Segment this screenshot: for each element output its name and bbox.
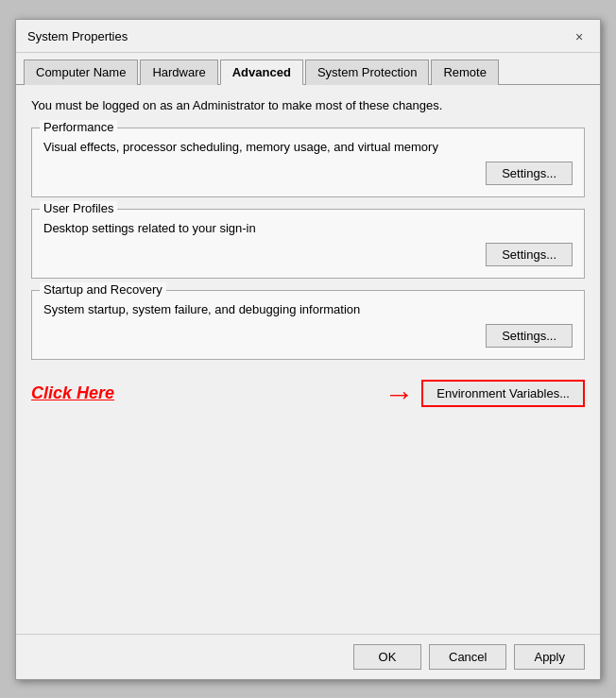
user-profiles-group: User Profiles Desktop settings related t… [31,209,585,279]
startup-recovery-settings-button[interactable]: Settings... [486,324,573,348]
admin-info-text: You must be logged on as an Administrato… [31,98,585,112]
cancel-button[interactable]: Cancel [429,644,506,670]
startup-recovery-desc: System startup, system failure, and debu… [43,302,573,316]
user-profiles-settings-button[interactable]: Settings... [486,243,573,266]
apply-button[interactable]: Apply [514,644,585,670]
system-properties-window: System Properties × Computer Name Hardwa… [15,19,601,680]
bottom-bar: OK Cancel Apply [16,634,600,679]
title-bar: System Properties × [16,20,600,53]
performance-desc: Visual effects, processor scheduling, me… [43,140,573,154]
tab-advanced[interactable]: Advanced [220,60,303,85]
click-here-label[interactable]: Click Here [31,383,114,403]
tab-system-protection[interactable]: System Protection [305,60,430,85]
tab-content: You must be logged on as an Administrato… [16,85,600,634]
ok-button[interactable]: OK [353,644,421,670]
performance-settings-button[interactable]: Settings... [486,162,573,185]
user-profiles-group-label: User Profiles [40,201,117,215]
tab-remote[interactable]: Remote [431,60,499,85]
performance-group-label: Performance [40,120,117,134]
close-button[interactable]: × [570,27,589,46]
startup-recovery-group-label: Startup and Recovery [40,282,166,297]
window-title: System Properties [27,29,128,43]
startup-recovery-group: Startup and Recovery System startup, sys… [31,290,585,360]
performance-group: Performance Visual effects, processor sc… [31,128,585,197]
arrow-env-container: → Environment Variables... [384,379,585,409]
user-profiles-desc: Desktop settings related to your sign-in [43,221,573,235]
environment-variables-button[interactable]: Environment Variables... [421,380,585,407]
arrow-right-icon: → [384,379,414,409]
tab-hardware[interactable]: Hardware [140,60,217,85]
tab-computer-name[interactable]: Computer Name [24,60,138,85]
tab-bar: Computer Name Hardware Advanced System P… [16,53,600,85]
env-variables-row: Click Here → Environment Variables... [31,371,585,413]
